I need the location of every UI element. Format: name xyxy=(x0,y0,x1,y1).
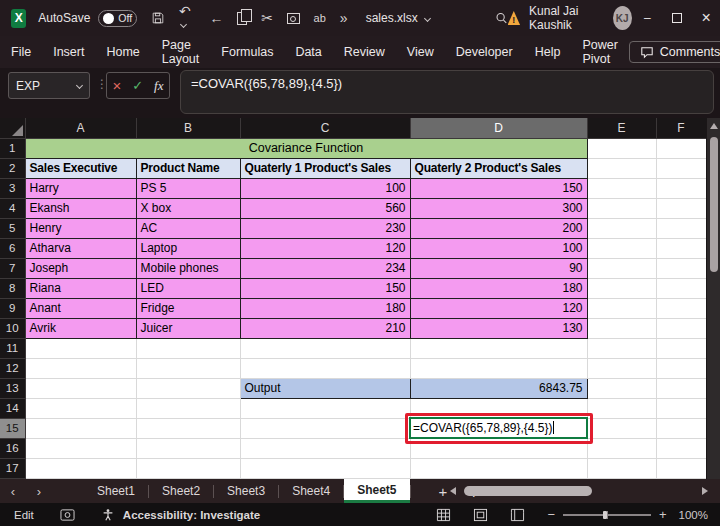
sheet-prev-icon[interactable]: ‹ xyxy=(0,484,26,499)
cell-B16[interactable] xyxy=(136,438,240,458)
cell-B11[interactable] xyxy=(136,338,240,358)
accessibility-status[interactable]: Accessibility: Investigate xyxy=(123,509,260,521)
zoom-in-icon[interactable]: + xyxy=(659,507,667,522)
cell-E14[interactable] xyxy=(587,398,656,418)
cell-C10[interactable]: 210 xyxy=(240,318,410,338)
cell-E6[interactable] xyxy=(587,238,656,258)
menu-item-data[interactable]: Data xyxy=(284,45,332,59)
formula-input[interactable]: =COVAR({65,78,89},{4.5}) xyxy=(180,70,714,114)
cell-C16[interactable] xyxy=(240,438,410,458)
cell-D7[interactable]: 90 xyxy=(410,258,587,278)
column-header-A[interactable]: A xyxy=(25,118,136,138)
save-icon[interactable] xyxy=(151,10,165,26)
cell-F16[interactable] xyxy=(656,438,706,458)
cell-F7[interactable] xyxy=(656,258,706,278)
scroll-left-icon[interactable] xyxy=(450,487,456,495)
cell-E17[interactable] xyxy=(587,458,656,478)
cell-B10[interactable]: Juicer xyxy=(136,318,240,338)
cell-A4[interactable]: Ekansh xyxy=(25,198,136,218)
cell-E4[interactable] xyxy=(587,198,656,218)
cell-C6[interactable]: 120 xyxy=(240,238,410,258)
sheet-tab-sheet4[interactable]: Sheet4 xyxy=(279,479,343,503)
cell-D17[interactable] xyxy=(410,458,587,478)
row-header-3[interactable]: 3 xyxy=(0,178,25,198)
column-header-C[interactable]: C xyxy=(240,118,410,138)
cell-E1[interactable] xyxy=(587,138,656,158)
cell-E10[interactable] xyxy=(587,318,656,338)
cell-F3[interactable] xyxy=(656,178,706,198)
cell-E9[interactable] xyxy=(587,298,656,318)
cell-D8[interactable]: 180 xyxy=(410,278,587,298)
cell-D12[interactable] xyxy=(410,358,587,378)
row-header-17[interactable]: 17 xyxy=(0,458,25,478)
cell-B8[interactable]: LED xyxy=(136,278,240,298)
cell-E3[interactable] xyxy=(587,178,656,198)
cell-D4[interactable]: 300 xyxy=(410,198,587,218)
cell-E2[interactable] xyxy=(587,158,656,178)
zoom-out-icon[interactable]: − xyxy=(547,507,555,522)
cell-C4[interactable]: 560 xyxy=(240,198,410,218)
cell-F11[interactable] xyxy=(656,338,706,358)
cell-E16[interactable] xyxy=(587,438,656,458)
minimize-button[interactable]: – xyxy=(634,0,661,36)
menu-item-home[interactable]: Home xyxy=(95,45,150,59)
cell-B2[interactable]: Product Name xyxy=(136,158,240,178)
search-icon[interactable] xyxy=(495,10,508,26)
menu-item-insert[interactable]: Insert xyxy=(42,45,95,59)
row-header-7[interactable]: 7 xyxy=(0,258,25,278)
cell-E7[interactable] xyxy=(587,258,656,278)
comments-button[interactable]: Comments xyxy=(629,41,720,63)
column-header-F[interactable]: F xyxy=(656,118,706,138)
name-box[interactable]: EXP xyxy=(8,72,90,99)
undo-icon[interactable]: ↶ xyxy=(179,4,195,33)
add-sheet-button[interactable]: + xyxy=(439,483,448,500)
cell-F6[interactable] xyxy=(656,238,706,258)
cell-F8[interactable] xyxy=(656,278,706,298)
cell-C14[interactable] xyxy=(240,398,410,418)
cell-F2[interactable] xyxy=(656,158,706,178)
cell-C5[interactable]: 230 xyxy=(240,218,410,238)
cell-A2[interactable]: Sales Executive xyxy=(25,158,136,178)
row-header-14[interactable]: 14 xyxy=(0,398,25,418)
cell-B3[interactable]: PS 5 xyxy=(136,178,240,198)
cell-E11[interactable] xyxy=(587,338,656,358)
column-header-E[interactable]: E xyxy=(587,118,656,138)
cell-D5[interactable]: 200 xyxy=(410,218,587,238)
cell-A15[interactable] xyxy=(25,418,136,438)
cell-B17[interactable] xyxy=(136,458,240,478)
cell-A3[interactable]: Harry xyxy=(25,178,136,198)
sheet-tab-sheet3[interactable]: Sheet3 xyxy=(214,479,278,503)
zoom-slider-thumb[interactable] xyxy=(603,511,607,519)
cell-A12[interactable] xyxy=(25,358,136,378)
row-header-13[interactable]: 13 xyxy=(0,378,25,398)
sheet-next-icon[interactable]: › xyxy=(26,484,52,499)
cell-A10[interactable]: Avrik xyxy=(25,318,136,338)
vertical-scrollbar[interactable] xyxy=(706,118,720,479)
cell-D3[interactable]: 150 xyxy=(410,178,587,198)
row-header-8[interactable]: 8 xyxy=(0,278,25,298)
column-header-B[interactable]: B xyxy=(136,118,240,138)
cell-D10[interactable]: 130 xyxy=(410,318,587,338)
cell-B5[interactable]: AC xyxy=(136,218,240,238)
cell-B9[interactable]: Fridge xyxy=(136,298,240,318)
row-header-16[interactable]: 16 xyxy=(0,438,25,458)
scroll-up-icon[interactable] xyxy=(710,123,718,129)
autosave-toggle[interactable]: Off xyxy=(98,10,137,27)
cell-A5[interactable]: Henry xyxy=(25,218,136,238)
menu-item-formulas[interactable]: Formulas xyxy=(210,45,284,59)
cell-C11[interactable] xyxy=(240,338,410,358)
cell-F14[interactable] xyxy=(656,398,706,418)
cell-C3[interactable]: 100 xyxy=(240,178,410,198)
menu-item-power-pivot[interactable]: Power Pivot xyxy=(571,38,628,66)
cell-A8[interactable]: Riana xyxy=(25,278,136,298)
cell-A1-title[interactable]: Covariance Function xyxy=(25,138,587,158)
cell-D11[interactable] xyxy=(410,338,587,358)
cell-F17[interactable] xyxy=(656,458,706,478)
cell-B4[interactable]: X box xyxy=(136,198,240,218)
cell-E5[interactable] xyxy=(587,218,656,238)
cell-C8[interactable]: 150 xyxy=(240,278,410,298)
cell-F1[interactable] xyxy=(656,138,706,158)
document-title[interactable]: sales.xlsx xyxy=(366,11,430,25)
column-header-D[interactable]: D xyxy=(410,118,587,138)
cell-A13[interactable] xyxy=(25,378,136,398)
